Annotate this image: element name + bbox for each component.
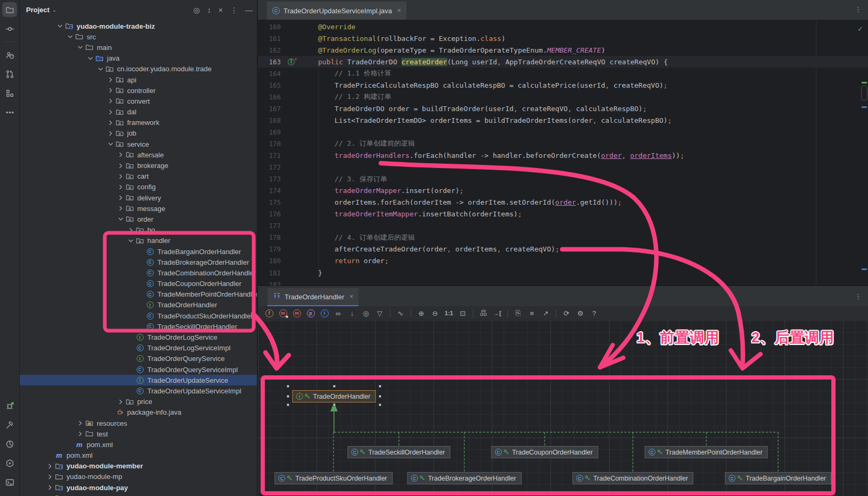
tree-item-yudao-module-pay[interactable]: yudao-module-pay	[20, 482, 257, 493]
dependencies-icon[interactable]: ∞	[332, 308, 344, 319]
commit-icon[interactable]	[2, 21, 17, 36]
selection-handle[interactable]	[379, 395, 381, 398]
code-line-161[interactable]: 161@Transactional(rollbackFor = Exceptio…	[258, 32, 868, 44]
tree-item-aftersale[interactable]: aftersale	[20, 149, 257, 160]
selection-handle[interactable]	[379, 385, 381, 388]
chevron-right-icon[interactable]	[106, 129, 115, 138]
build-hammer-icon[interactable]	[2, 417, 17, 432]
export-icon[interactable]: ↗	[540, 308, 552, 319]
chevron-right-icon[interactable]	[116, 398, 125, 406]
code-line-174[interactable]: 174tradeOrderMapper.insert(order);	[258, 185, 868, 197]
tree-item-tradeseckillorderhandler[interactable]: CTradeSeckillOrderHandler	[20, 321, 257, 332]
code-line-168[interactable]: 168List<TradeOrderItemDO> orderItems = b…	[258, 114, 868, 126]
code-line-177[interactable]: 177	[258, 220, 868, 232]
code-line-176[interactable]: 176tradeOrderItemMapper.insertBatch(orde…	[258, 208, 868, 220]
tree-item-job[interactable]: job	[20, 128, 257, 139]
chevron-down-icon[interactable]	[76, 43, 85, 52]
chevron-right-icon[interactable]	[116, 150, 125, 159]
tree-item-tradecombinationorderhandler[interactable]: CTradeCombinationOrderHandler	[20, 267, 257, 278]
code-line-178[interactable]: 178// 4. 订单创建后的逻辑	[258, 232, 868, 243]
diagram-node-tradebargainorderhandler[interactable]: CTradeBargainOrderHandler	[725, 472, 831, 484]
structure-icon[interactable]	[2, 86, 17, 100]
diagram-node-tradecombinationorderhandler[interactable]: CTradeCombinationOrderHandler	[572, 472, 693, 484]
tree-item-convert[interactable]: convert	[20, 96, 257, 106]
code-line-167[interactable]: 167TradeOrderDO order = buildTradeOrder(…	[258, 103, 868, 114]
debug-icon[interactable]	[2, 398, 17, 413]
selection-handle[interactable]	[333, 403, 336, 406]
tree-item-main[interactable]: main	[20, 42, 257, 53]
hide-panel-icon[interactable]: —	[245, 6, 253, 14]
expand-icon[interactable]: ↕	[207, 6, 211, 14]
tree-item-tradebrokerageorderhandler[interactable]: CTradeBrokerageOrderHandler	[20, 257, 257, 267]
tree-item-src[interactable]: src	[20, 31, 257, 42]
code-editor[interactable]: 160@Override161@Transactional(rollbackFo…	[258, 20, 868, 285]
tree-item-config[interactable]: config	[20, 182, 257, 192]
code-line-163[interactable]: 163Ipublic TradeOrderDO createOrder(Long…	[258, 56, 868, 68]
code-line-179[interactable]: 179afterCreateTradeOrder(order, orderIte…	[258, 243, 868, 255]
locate-icon[interactable]: ◎	[194, 6, 200, 14]
diagram-tab[interactable]: TradeOrderHandler ×	[268, 288, 358, 306]
code-line-173[interactable]: 173// 3. 保存订单	[258, 173, 868, 185]
tree-item-framework[interactable]: framework	[20, 117, 257, 128]
chevron-right-icon[interactable]	[76, 430, 85, 438]
refresh-icon[interactable]: ⟳	[561, 308, 572, 319]
code-line-164[interactable]: 164// 1.1 价格计算	[258, 68, 868, 79]
tree-item-yudao-module-member[interactable]: yudao-module-member	[20, 461, 257, 472]
chevron-right-icon[interactable]	[45, 462, 54, 470]
tree-item-service[interactable]: service	[20, 139, 257, 149]
tree-item-tradememberpointorderhandler[interactable]: CTradeMemberPointOrderHandler	[20, 289, 257, 300]
chevron-down-icon[interactable]	[86, 54, 95, 63]
help-icon[interactable]: ?	[588, 308, 600, 319]
collapse-all-icon[interactable]: ×	[219, 6, 223, 14]
tree-item-tradeorderlogservice[interactable]: ITradeOrderLogService	[20, 332, 257, 342]
tabbar-more-icon[interactable]: ⋮	[855, 5, 862, 13]
tree-item-pom-xml[interactable]: mpom.xml	[20, 450, 257, 461]
tree-item-yudao-module-report[interactable]: yudao-module-report	[20, 493, 257, 496]
actual-size-icon[interactable]: 1:1	[443, 308, 455, 319]
tree-item-tradeorderupdateserviceimpl[interactable]: CTradeOrderUpdateServiceImpl	[20, 385, 257, 396]
selection-handle[interactable]	[287, 385, 289, 388]
tree-item-cart[interactable]: cart	[20, 171, 257, 182]
chevron-down-icon[interactable]	[126, 237, 135, 245]
panel-more-icon[interactable]: ⋮	[855, 292, 862, 300]
terminal-icon[interactable]	[2, 475, 17, 490]
tree-item-message[interactable]: message	[20, 203, 257, 214]
diagram-node-tradeseckillorderhandler[interactable]: CTradeSeckillOrderHandler	[347, 446, 450, 458]
chevron-right-icon[interactable]	[106, 108, 115, 116]
chevron-right-icon[interactable]	[76, 419, 85, 427]
diagram-node-tradecouponorderhandler[interactable]: CTradeCouponOrderHandler	[491, 446, 598, 458]
implements-gutter-icon[interactable]: I	[288, 58, 295, 65]
fit-content-icon[interactable]: ⊡	[457, 308, 469, 319]
edge-creation-icon[interactable]: ∿	[395, 308, 406, 319]
properties-icon[interactable]: p	[305, 308, 316, 319]
tree-item-yudao-module-trade-biz[interactable]: yudao-module-trade-biz	[20, 21, 257, 31]
chevron-down-icon[interactable]	[55, 22, 64, 30]
project-folder-icon[interactable]	[2, 2, 17, 17]
selection-handle[interactable]	[379, 403, 381, 406]
close-icon[interactable]: ×	[397, 7, 401, 14]
selection-handle[interactable]	[333, 385, 336, 388]
code-line-171[interactable]: 171tradeOrderHandlers.forEach(handler ->…	[258, 150, 868, 162]
project-panel-title[interactable]: Project	[26, 6, 49, 14]
code-line-170[interactable]: 170// 2. 订单创建前的逻辑	[258, 138, 868, 149]
apply-layout-icon[interactable]: 品	[478, 308, 489, 319]
chevron-right-icon[interactable]	[116, 194, 125, 202]
zoom-in-icon[interactable]: ⊕	[415, 308, 427, 319]
tree-item-brokerage[interactable]: brokerage	[20, 160, 257, 171]
tree-item-handler[interactable]: handler	[20, 236, 257, 246]
editor-tab[interactable]: C TradeOrderUpdateServiceImpl.java ×	[267, 2, 406, 20]
copy-diagram-icon[interactable]: ⎘	[512, 308, 524, 319]
code-line-160[interactable]: 160@Override	[258, 21, 868, 32]
methods-icon[interactable]: m	[291, 308, 303, 319]
code-line-172[interactable]: 172	[258, 162, 868, 173]
tree-item-cn-iocoder-yudao-module-trade[interactable]: cn.iocoder.yudao.module.trade	[20, 64, 257, 74]
more-tools-icon[interactable]	[2, 105, 17, 120]
tree-item-yudao-module-mp[interactable]: yudao-module-mp	[20, 472, 257, 482]
tree-item-bo[interactable]: bo	[20, 225, 257, 236]
services-icon[interactable]	[2, 456, 17, 470]
show-edge-labels-icon[interactable]: ≡	[526, 308, 538, 319]
collab-users-icon[interactable]: ?	[2, 47, 17, 62]
tree-item-package-info-java[interactable]: package-info.java	[20, 407, 257, 418]
chevron-down-icon[interactable]	[65, 32, 74, 41]
code-line-181[interactable]: 181}	[258, 267, 868, 279]
